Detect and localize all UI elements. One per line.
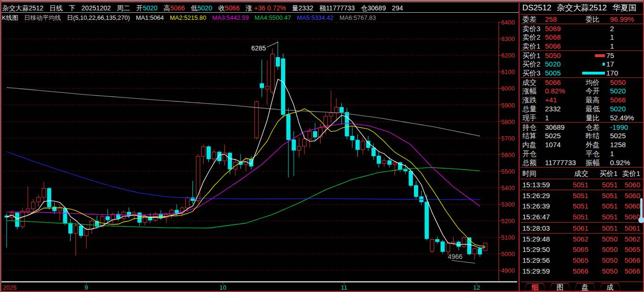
candle-up: [303, 139, 306, 146]
depth-bar: [573, 54, 606, 57]
y-axis-label: 5200: [501, 217, 515, 225]
bid-row[interactable]: 买价1 5050 75: [520, 50, 643, 59]
depth-bar: [573, 63, 606, 66]
y-axis-label: 5000: [501, 250, 515, 258]
candle-up: [42, 188, 46, 197]
candle-down: [457, 242, 461, 247]
stat-row: 成交5066 均价5050: [520, 77, 643, 86]
candle-up: [21, 211, 25, 227]
candle-down: [68, 223, 72, 234]
y-axis-label: 6200: [501, 52, 515, 59]
quote-stats: 成交5066 均价5050 涨幅0.82% 今开5020 涨跌+41 最高506…: [520, 77, 643, 167]
panel-tab-bar: 细 图 盘 成: [520, 282, 643, 292]
candle-down: [106, 217, 109, 220]
stat-row: 现手1 量比52.49%: [520, 113, 643, 122]
candle-down: [425, 202, 429, 239]
tape-row[interactable]: 15:29:50 5065 5050 5065: [520, 244, 643, 255]
candle-down: [53, 207, 57, 211]
candle-up: [319, 127, 322, 137]
candle-down: [313, 132, 317, 137]
candle-down: [260, 83, 264, 88]
tape-row[interactable]: 15:29:56 5065 5050 5066: [520, 255, 643, 266]
chart-h-scrollbar[interactable]: [0, 281, 517, 283]
candle-up: [37, 197, 41, 202]
tape-row[interactable]: 15:26:47 5051 5051 5060: [520, 211, 643, 222]
candle-up: [170, 210, 173, 215]
tab-trades[interactable]: 成: [599, 283, 621, 292]
bid-row[interactable]: 买价3 5005 170: [520, 68, 643, 77]
candle-down: [388, 160, 391, 164]
x-axis-month-label: 9: [84, 284, 88, 291]
kline-chart[interactable]: 6400630062006100600059005800570056005500…: [0, 0, 519, 292]
candle-down: [47, 188, 51, 207]
candle-down: [404, 169, 407, 171]
y-axis-label: 4900: [501, 267, 515, 274]
candle-down: [377, 156, 381, 164]
y-axis-label: 6400: [501, 19, 515, 26]
order-imbalance-row: 委差 258 委比 96.99%: [520, 15, 643, 24]
scrollbar-rod-icon: [640, 198, 643, 219]
ask-volume: 1: [610, 42, 643, 50]
ask-row[interactable]: 卖价3 5069 2: [520, 24, 643, 33]
price-annotation: 4966: [448, 253, 462, 260]
x-axis-month-label: 11: [341, 284, 347, 291]
candle-up: [271, 54, 274, 92]
y-axis-label: 6000: [501, 85, 515, 92]
candle-down: [350, 136, 354, 140]
y-axis-label: 5800: [501, 118, 515, 125]
bid-price: 5050: [545, 51, 573, 60]
bid-volume: 170: [606, 68, 643, 77]
bid-volume: 17: [606, 59, 643, 68]
candle-up: [31, 202, 35, 209]
stat-row: 结算5025 昨结5025: [520, 131, 643, 140]
bid-price: 5005: [545, 68, 573, 77]
candle-up: [58, 209, 62, 211]
candle-down: [276, 58, 280, 67]
candle-down: [355, 140, 359, 150]
tape-row[interactable]: 15:26:39 5051 5051 5060: [520, 200, 643, 211]
tape-row[interactable]: 15:29:59 5066 5050 5066: [520, 266, 643, 276]
candle-up: [473, 249, 477, 254]
candle-up: [430, 239, 434, 251]
ask-volume: 1: [610, 33, 643, 42]
tab-board[interactable]: 盘: [574, 283, 596, 292]
ask-depth: 卖价3 5069 2 卖价2 5068 1 卖价1 5066 1: [520, 24, 643, 50]
candle-down: [287, 115, 290, 140]
tape-scrollbar-thumb[interactable]: [638, 198, 644, 226]
stat-row: 开仓 平仓1: [520, 149, 643, 158]
candle-up: [201, 147, 205, 156]
stat-row: 持仓30689 仓差-1990: [520, 122, 643, 131]
candle-up: [308, 132, 312, 139]
y-axis-label: 5300: [501, 201, 515, 208]
bid-price: 5020: [545, 59, 573, 68]
ask-price: 5068: [545, 33, 586, 42]
stat-row: 内盘1074 外盘1258: [520, 140, 643, 149]
candle-up: [265, 86, 269, 89]
tab-detail[interactable]: 细: [524, 283, 546, 292]
bid-depth: 买价1 5050 75 买价2 5020 17 买价3 5005 170: [520, 50, 643, 77]
tape-row[interactable]: 15:13:59 5051 5051 5060: [520, 179, 643, 190]
ask-volume: 2: [610, 24, 643, 33]
candle-down: [340, 108, 344, 113]
candle-up: [382, 160, 386, 163]
scrollbar-bulb-icon: [638, 217, 644, 223]
bid-row[interactable]: 买价2 5020 17: [520, 59, 643, 68]
window-left-border: [0, 0, 1, 292]
tape-header: 时间 成交 买价1 卖价1: [520, 167, 643, 179]
y-axis-label: 5100: [501, 234, 515, 241]
tape-row[interactable]: 15:28:03 5061 5051 5061: [520, 222, 643, 233]
candle-up: [186, 198, 190, 208]
candle-up: [446, 243, 450, 252]
stat-row: 涨跌+41 最高5066: [520, 95, 643, 104]
tape-row[interactable]: 15:26:29 5051 5051 5060: [520, 190, 643, 200]
candle-down: [292, 140, 296, 150]
price-annotation: 6285: [251, 44, 266, 52]
candle-down: [281, 58, 285, 114]
y-axis-label: 6100: [501, 68, 515, 75]
tab-chart[interactable]: 图: [549, 283, 571, 292]
ask-row[interactable]: 卖价2 5068 1: [520, 33, 643, 42]
ask-row[interactable]: 卖价1 5066 1: [520, 42, 643, 50]
tape-row[interactable]: 15:29:48 5062 5050 5062: [520, 233, 643, 244]
candle-down: [409, 171, 413, 185]
y-axis-label: 5900: [501, 102, 515, 109]
